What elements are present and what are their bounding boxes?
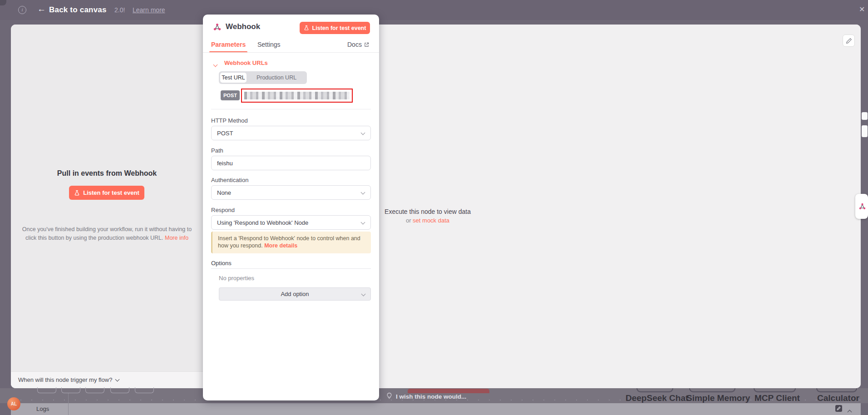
edge-tab [862,125,868,137]
respond-notice: Insert a 'Respond to Webhook' node to co… [211,232,371,253]
flask-icon [304,25,309,31]
logs-label: Logs [36,405,49,412]
canvas-node-fragment [689,388,735,392]
tabs-divider [203,52,379,53]
banner-promo-text: 2.0! [114,6,125,14]
modal-title: Webhook [226,22,260,31]
authentication-label: Authentication [211,177,248,183]
dimmed-button-top [408,389,489,393]
user-avatar[interactable]: AL [7,397,20,410]
canvas-node-fragment [110,387,129,393]
more-info-link[interactable]: More info [165,235,188,241]
add-option-label: Add option [281,291,309,297]
input-panel: Pull in events from Webhook Listen for t… [11,25,203,388]
tab-parameters[interactable]: Parameters [211,41,246,48]
canvas-node-fragment [135,387,154,393]
canvas-node-fragment [816,388,857,392]
info-icon: i [18,6,26,14]
external-link-icon [364,42,369,47]
http-method-select[interactable]: POST [211,126,371,140]
listen-for-test-event-button[interactable]: Listen for test event [69,186,144,200]
respond-value: Using 'Respond to Webhook' Node [217,219,308,226]
back-arrow-icon: ← [37,4,46,14]
banner-close-icon[interactable]: ✕ [859,5,865,14]
canvas-node-fragment [754,388,796,392]
edge-tab [862,112,868,120]
logs-divider [68,393,69,415]
node-details-view: OUTPUT Execute this node to view data or… [11,25,861,388]
canvas-node-fragment [85,387,104,393]
pencil-icon [846,38,852,44]
listen-button-label: Listen for test event [83,189,139,196]
lightbulb-icon [386,392,392,400]
logs-panel-icon[interactable] [835,405,842,412]
back-to-canvas-link[interactable]: Back to canvas [49,5,107,15]
input-panel-footer: When will this node trigger my flow? [11,371,203,388]
listen-button-label: Listen for test event [312,25,366,31]
chevron-down-icon[interactable] [214,60,217,68]
webhook-urls-section-title[interactable]: Webhook URLs [224,59,268,66]
flask-icon [74,190,80,196]
input-panel-description: Once you've finished building your workf… [18,225,196,242]
authentication-select[interactable]: None [211,185,371,200]
chevron-up-icon [848,410,852,415]
or-text: or [406,217,413,224]
logs-expand-button[interactable] [848,407,851,415]
chevron-down-icon [361,220,365,225]
blurred-url [244,92,350,99]
learn-more-link[interactable]: Learn more [133,6,165,14]
http-method-badge: POST [221,90,240,100]
trigger-question-label: When will this node trigger my flow? [18,376,112,383]
input-panel-title: Pull in events from Webhook [11,169,203,178]
options-label: Options [211,260,232,267]
respond-label: Respond [211,207,235,213]
logs-bar: Logs [11,403,861,415]
canvas-bottom-strip: I wish this node would... DeepSeek Chat … [0,388,868,403]
chevron-down-icon [361,292,366,296]
trigger-question-toggle[interactable]: When will this node trigger my flow? [18,376,119,383]
canvas-node-label: Calculator [817,393,859,403]
canvas-node-label: MCP Client [755,393,800,403]
section-divider [211,109,371,109]
chevron-down-icon [115,377,119,382]
top-banner: i ← Back to canvas 2.0! Learn more ✕ [0,0,868,20]
webhook-node-tab[interactable] [855,194,868,219]
docs-link[interactable]: Docs [347,41,369,48]
pencil-small-icon [837,406,841,410]
wish-node-input[interactable]: I wish this node would... [396,393,466,400]
canvas-node-fragment [61,387,80,393]
redacted-webhook-url[interactable] [241,89,353,103]
canvas-node-label: DeepSeek Chat [626,393,688,403]
path-input[interactable] [211,156,371,170]
canvas-node-fragment [37,387,56,393]
path-label: Path [211,147,223,154]
more-details-link[interactable]: More details [264,242,297,249]
edit-output-button[interactable] [843,35,855,47]
chevron-down-icon [361,190,365,195]
test-url-tab[interactable]: Test URL [220,73,247,83]
add-option-button[interactable]: Add option [219,287,371,301]
options-divider [211,268,371,269]
set-mock-data-link[interactable]: set mock data [413,217,449,224]
webhook-settings-modal: Webhook Listen for test event Parameters… [203,15,379,400]
listen-for-test-event-button[interactable]: Listen for test event [300,22,370,34]
canvas-node-label: Simple Memory [686,393,750,403]
respond-select[interactable]: Using 'Respond to Webhook' Node [211,215,371,230]
http-method-label: HTTP Method [211,117,248,124]
tab-settings[interactable]: Settings [257,41,281,48]
authentication-value: None [217,189,231,196]
chevron-down-icon [361,131,365,135]
webhook-icon [213,23,222,31]
http-method-value: POST [217,130,233,137]
canvas-node-fragment [636,388,673,392]
webhook-icon [858,203,866,210]
url-type-toggle: Test URL Production URL [219,71,307,84]
no-properties-text: No properties [219,275,254,282]
production-url-tab[interactable]: Production URL [248,73,305,83]
corner-notch [0,0,6,5]
docs-label: Docs [347,41,362,48]
